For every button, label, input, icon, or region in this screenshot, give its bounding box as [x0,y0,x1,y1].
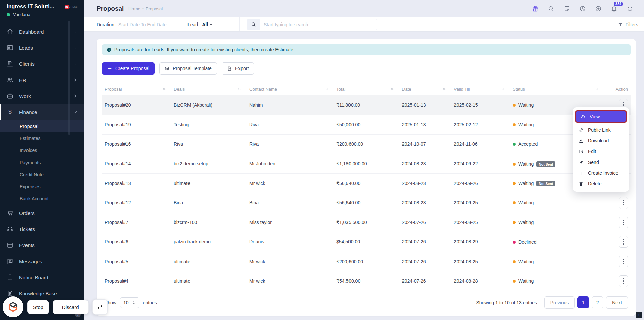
menu-item-send[interactable]: Send [573,157,629,168]
sidebar-subitem-estimates[interactable]: Estimates [0,132,84,144]
menu-item-delete[interactable]: Delete [573,178,629,189]
stop-button[interactable]: Stop [27,300,49,314]
cell-date: 2024-07-26 [399,271,451,291]
menu-item-download[interactable]: Download [573,135,629,146]
next-page-button[interactable]: Next [606,296,628,309]
plus-icon [107,66,112,71]
sidebar-subitem-bank-account[interactable]: Bank Account [0,193,84,205]
search-button[interactable] [548,5,554,12]
entries-select[interactable]: 10 [120,297,139,308]
menu-item-public-link[interactable]: Public Link [573,125,629,135]
sidebar-item-events[interactable]: Events [0,237,84,253]
cell-date: 2024-08-23 [399,193,451,213]
duration-input[interactable] [118,22,172,27]
sidebar-item-label: Leads [19,45,33,51]
sidebar-subitem-expenses[interactable]: Expenses [0,181,84,193]
page-numbers: 12 [577,296,603,308]
cell-total: ₹200,600.00 [334,134,399,154]
table-row: Proposal#5ultimateMr wick₹200,600.002024… [102,252,631,271]
previous-page-button[interactable]: Previous [544,296,575,309]
sidebar-item-notice-board[interactable]: Notice Board [0,269,84,285]
note-button[interactable] [564,5,570,12]
eye-icon [580,114,585,119]
cell-proposal: Proposal#19 [102,115,171,134]
filters-button[interactable]: Filters [612,17,644,31]
discard-button[interactable]: Discard [53,300,89,314]
page-button-2[interactable]: 2 [592,296,603,308]
column-header-contact-name[interactable]: Contact Name [247,83,334,95]
search-icon [548,5,554,12]
plus-icon [579,171,584,176]
column-label: Action [616,87,628,92]
notifications-button[interactable]: 384 [611,5,618,12]
sidebar-item-clients[interactable]: Clients [0,56,84,72]
sidebar-item-hr[interactable]: HR [0,72,84,88]
cell-proposal: Proposal#7 [102,213,171,232]
column-header-deals[interactable]: Deals [171,83,247,95]
page-indicator-badge: 1 [636,312,642,318]
menu-item-create-invoice[interactable]: Create Invoice [573,168,629,178]
row-actions-kebab-button[interactable] [619,236,628,248]
row-actions-kebab-button[interactable] [619,217,628,228]
sidebar-item-label: Events [19,242,35,248]
sidebar-subitem-proposal[interactable]: Proposal [0,120,84,132]
sidebar-subitem-invoices[interactable]: Invoices [0,144,84,156]
sidebar-item-tickets[interactable]: Tickets [0,221,84,237]
sort-icon [324,87,329,92]
filter-bar: Duration Lead All Filters [84,17,644,32]
sidebar-item-work[interactable]: Work [0,88,84,104]
row-actions-kebab-button[interactable] [619,256,628,267]
status-dot [513,143,516,146]
column-header-proposal[interactable]: Proposal [102,83,171,95]
cell-contact: Dr anis [247,232,334,252]
column-header-valid-till[interactable]: Valid Till [451,83,510,95]
menu-item-label: Send [588,159,599,165]
sidebar-subitem-payments[interactable]: Payments [0,156,84,169]
gift-button[interactable] [532,5,539,12]
row-actions-kebab-button[interactable] [619,275,628,287]
menu-item-edit[interactable]: Edit [573,146,629,157]
sidebar-item-finance[interactable]: $Finance [0,104,84,120]
user-row[interactable]: Vandana [7,12,78,17]
info-icon [107,47,112,52]
export-button[interactable]: Export [222,62,254,75]
page-title: Proposal [97,5,124,12]
clock-button[interactable] [579,5,586,12]
status-dot [513,221,516,224]
menu-item-view[interactable]: View [576,111,626,122]
power-button[interactable] [627,5,633,12]
lead-dropdown[interactable]: All [202,22,213,27]
sidebar-item-label: Finance [19,109,37,115]
sidebar-scrollbar[interactable] [68,21,70,135]
sidebar-header: Ingress IT Soluti... IN GRESS Vandana [0,0,84,21]
sidebar-item-messages[interactable]: Messages [0,253,84,269]
sidebar-item-leads[interactable]: Leads [0,40,84,56]
row-actions-kebab-button[interactable] [619,197,628,209]
table-row: Proposal#19TestingRiva₹50,000.002025-01-… [102,115,631,134]
brand-text: GRESS [69,6,78,8]
column-header-date[interactable]: Date [399,83,451,95]
toolbar: Create Proposal Proposal Template Export [102,62,631,75]
agent-logo-button[interactable] [3,296,23,317]
sidebar-item-orders[interactable]: Orders [0,205,84,221]
swap-button[interactable] [92,299,108,315]
breadcrumb-home[interactable]: Home [128,6,140,11]
column-header-status[interactable]: Status [510,83,604,95]
agent-control-bar: Stop Discard [3,296,108,317]
entries-label: entries [143,300,157,305]
cell-valid_till: 2025-02-15 [451,95,510,115]
proposal-template-button[interactable]: Proposal Template [159,62,217,75]
status-dot [513,201,516,204]
cell-date: 2024-08-23 [399,174,451,193]
column-label: Deals [174,87,185,92]
sidebar-subitem-credit-note[interactable]: Credit Note [0,169,84,181]
cell-date: 2024-08-23 [399,154,451,173]
table-row: Proposal#4ultimateMr wick₹54,500.002024-… [102,271,631,291]
sidebar-item-dashboard[interactable]: Dashboard [0,24,84,40]
pluscircle-button[interactable] [595,5,602,12]
page-button-1[interactable]: 1 [577,296,589,308]
column-header-total[interactable]: Total [334,83,399,95]
search-input[interactable] [260,22,377,27]
cell-status: Waiting [510,252,604,271]
create-proposal-button[interactable]: Create Proposal [102,62,155,75]
